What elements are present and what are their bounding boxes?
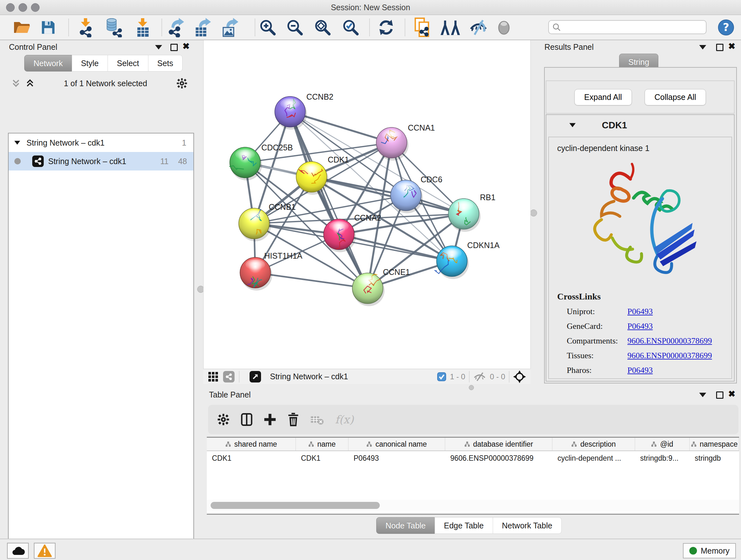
crosslink-row: Uniprot: P06493 (567, 307, 731, 316)
collapse-all-button[interactable]: Collapse All (645, 89, 706, 105)
column-label: shared name (234, 440, 277, 449)
import-network-file-icon[interactable] (77, 17, 94, 37)
panel-float-icon[interactable] (714, 43, 725, 52)
scrollbar-thumb[interactable] (211, 502, 380, 509)
crosslink-row: Compartments: 9606.ENSP00000378699 (567, 336, 731, 346)
panel-menu-icon[interactable] (697, 43, 708, 52)
svg-text:HIST1H1A: HIST1H1A (264, 251, 302, 260)
search-input[interactable] (561, 23, 703, 32)
column-header-description[interactable]: description (552, 438, 635, 450)
zoom-fit-icon[interactable] (314, 17, 331, 37)
svg-text:?: ? (723, 21, 729, 34)
table-cell[interactable]: CDK1 (296, 451, 348, 465)
column-header-name[interactable]: name (296, 438, 348, 450)
panel-menu-icon[interactable] (697, 390, 708, 400)
panel-close-icon[interactable]: ✖ (726, 389, 737, 399)
delete-column-icon[interactable] (287, 413, 299, 427)
tab-network-table[interactable]: Network Table (493, 517, 562, 534)
column-header-namespace[interactable]: namespace (690, 438, 739, 450)
cloud-button[interactable] (7, 543, 29, 559)
column-label: name (317, 440, 336, 449)
tab-style[interactable]: Style (72, 55, 108, 71)
tab-node-table[interactable]: Node Table (376, 517, 435, 534)
table-cell[interactable]: cyclin-dependent ... (552, 451, 635, 465)
open-session-icon[interactable] (13, 17, 30, 37)
crosslink-pharos[interactable]: P06493 (627, 366, 653, 375)
diagonal-arrow-icon[interactable] (250, 371, 261, 382)
application-window: Session: New Session (0, 0, 741, 560)
collapse-all-icon[interactable] (11, 78, 21, 88)
column-header-canonicalname[interactable]: canonical name (348, 438, 445, 450)
add-column-icon[interactable] (264, 413, 276, 426)
refresh-icon[interactable] (378, 17, 394, 37)
save-session-icon[interactable] (40, 17, 56, 37)
network-graph[interactable]: CCNB2CCNA1CDC25BCDK1CDC6RB1CCNB1CCNA2CDK… (204, 40, 530, 369)
crosslink-row: GeneCard: P06493 (567, 321, 731, 331)
tab-sets[interactable]: Sets (148, 55, 183, 71)
grid-icon[interactable] (208, 371, 219, 382)
export-network-icon[interactable] (167, 17, 186, 37)
table-cell[interactable]: stringdb (690, 451, 739, 465)
network-options-gear-icon[interactable] (176, 78, 188, 89)
zoom-out-icon[interactable] (286, 17, 304, 37)
show-columns-icon[interactable] (241, 413, 253, 426)
crosslink-genecard[interactable]: P06493 (627, 321, 653, 331)
new-network-from-selection-icon[interactable] (414, 17, 431, 37)
panel-menu-icon[interactable] (153, 43, 164, 52)
svg-text:CDC6: CDC6 (421, 175, 442, 184)
crosslink-uniprot[interactable]: P06493 (627, 307, 653, 316)
tab-edge-table[interactable]: Edge Table (434, 517, 493, 534)
expand-all-icon[interactable] (25, 78, 35, 88)
table-cell[interactable]: stringdb:9... (635, 451, 690, 465)
table-options-gear-icon[interactable] (217, 413, 230, 426)
hide-selected-icon[interactable] (468, 17, 488, 37)
import-table-file-icon[interactable] (134, 17, 151, 37)
show-all-icon[interactable] (496, 17, 511, 37)
crosshair-icon[interactable] (513, 370, 526, 383)
string-share-icon[interactable] (223, 371, 234, 382)
expand-all-button[interactable]: Expand All (575, 89, 632, 105)
section-collapse-icon[interactable] (569, 122, 576, 128)
panel-close-icon[interactable]: ✖ (726, 42, 737, 51)
import-network-database-icon[interactable] (104, 17, 123, 37)
first-neighbors-icon[interactable] (440, 17, 461, 37)
network-row-selected[interactable]: String Network – cdk1 11 48 (9, 152, 193, 171)
column-header-id[interactable]: @id (635, 438, 690, 450)
protein-structure-image (580, 159, 701, 283)
memory-button[interactable]: Memory (683, 543, 736, 558)
protein-details-box: cyclin-dependent kinase 1 CrossL (548, 137, 732, 379)
tab-network[interactable]: Network (24, 55, 72, 71)
export-table-icon[interactable] (193, 17, 212, 37)
table-cell[interactable]: 9606.ENSP00000378699 (445, 451, 552, 465)
network-canvas[interactable]: CCNB2CCNA1CDC25BCDK1CDC6RB1CCNB1CCNA2CDK… (203, 40, 531, 369)
network-collection-row[interactable]: String Network – cdk1 1 (9, 133, 193, 152)
export-image-icon[interactable] (221, 17, 239, 37)
tab-select[interactable]: Select (108, 55, 148, 71)
selected-checkbox-icon[interactable] (437, 372, 446, 381)
crosslink-tissues[interactable]: 9606.ENSP00000378699 (627, 351, 712, 361)
crosslink-compartments[interactable]: 9606.ENSP00000378699 (627, 336, 712, 346)
right-divider-grip[interactable] (530, 209, 537, 216)
results-buttons-box: Expand All Collapse All (546, 80, 735, 114)
warning-button[interactable] (34, 543, 56, 559)
table-cell[interactable]: CDK1 (207, 451, 296, 465)
column-type-icon (225, 441, 231, 447)
hidden-eye-icon[interactable] (473, 372, 486, 382)
table-cell[interactable]: P06493 (348, 451, 445, 465)
column-header-sharedname[interactable]: shared name (207, 438, 296, 450)
panel-float-icon[interactable] (714, 390, 725, 400)
tree-expand-icon[interactable] (14, 140, 21, 145)
panel-close-icon[interactable]: ✖ (181, 42, 192, 51)
zoom-in-icon[interactable] (259, 17, 276, 37)
toolbar-separator (509, 371, 509, 382)
column-label: @id (660, 440, 673, 449)
help-icon[interactable]: ? (718, 17, 735, 37)
zoom-selected-icon[interactable] (342, 17, 359, 37)
hidden-count: 0 - 0 (490, 372, 505, 381)
cloud-icon (11, 546, 25, 556)
column-header-databaseidentifier[interactable]: database identifier (445, 438, 552, 450)
table-horizontal-scrollbar[interactable] (207, 500, 739, 511)
protein-section-header[interactable]: CDK1 (546, 115, 734, 135)
table-row[interactable]: CDK1CDK1P064939606.ENSP00000378699cyclin… (207, 451, 739, 465)
panel-float-icon[interactable] (169, 43, 179, 52)
